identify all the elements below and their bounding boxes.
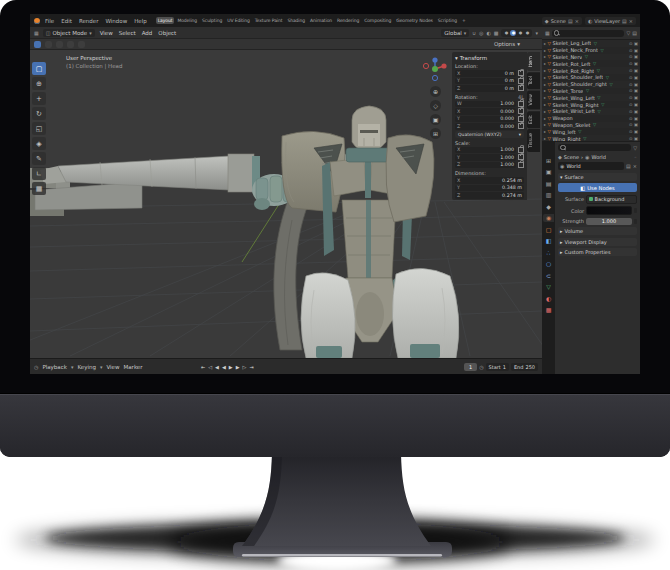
hide-eye-toggle[interactable]: ⊙ bbox=[629, 95, 633, 100]
dimension-z-field[interactable]: Z0.274 m bbox=[455, 192, 524, 199]
hide-eye-toggle[interactable]: ⊙ bbox=[629, 75, 633, 80]
outliner-item[interactable]: ▸▽Skelet_Torse▽⊙▣ bbox=[542, 88, 640, 95]
location-x-field[interactable]: X0 m bbox=[455, 70, 516, 77]
measure-tool[interactable]: ∟ bbox=[32, 167, 46, 180]
tab-item[interactable]: Item bbox=[527, 52, 540, 71]
tab-view[interactable]: View bbox=[527, 90, 540, 109]
outliner-display-mode-icon[interactable]: ▦ bbox=[545, 30, 550, 36]
expand-icon[interactable]: ▸ bbox=[544, 41, 546, 46]
hide-eye-toggle[interactable]: ⊙ bbox=[629, 82, 633, 87]
disable-render-toggle[interactable]: ▣ bbox=[634, 48, 638, 53]
current-frame-field[interactable]: 1 bbox=[464, 363, 477, 371]
rotation-y-field[interactable]: Y0.000 bbox=[455, 116, 516, 123]
new-datablock-icon[interactable]: ▤ bbox=[626, 163, 631, 169]
expand-icon[interactable]: ▸ bbox=[544, 54, 546, 59]
menu-window[interactable]: Window bbox=[103, 17, 129, 25]
jump-to-start-button[interactable]: ⇤ bbox=[201, 364, 206, 370]
chevron-down-icon[interactable]: ▾ bbox=[535, 30, 538, 36]
tab-render-icon[interactable]: ▣ bbox=[543, 168, 554, 176]
snap-magnet-icon[interactable]: ∪ bbox=[472, 30, 476, 36]
animate-property-button[interactable] bbox=[634, 208, 637, 213]
tab-edit[interactable]: Edit bbox=[527, 111, 540, 128]
breadcrumb-scene[interactable]: Scene bbox=[564, 154, 579, 160]
previous-keyframe-button[interactable]: ◁ bbox=[208, 364, 213, 370]
expand-icon[interactable]: ▸ bbox=[544, 102, 546, 107]
surface-section-header[interactable]: ▾ Surface bbox=[558, 173, 637, 181]
play-button[interactable]: ▶ bbox=[228, 364, 233, 370]
select-box-tool[interactable]: ▢ bbox=[32, 62, 46, 75]
scene-selector[interactable]: ◆ Scene ▤ × bbox=[542, 17, 582, 25]
tab-world-icon[interactable]: ◉ bbox=[543, 214, 554, 222]
menu-object[interactable]: Object bbox=[157, 30, 177, 36]
disable-render-toggle[interactable]: ▣ bbox=[634, 41, 638, 46]
shading-solid-icon[interactable]: ● bbox=[510, 30, 516, 36]
outliner-item[interactable]: ▸▽Skelet_Leg_Left▽⊙▣ bbox=[542, 40, 640, 47]
select-mode-intersect-icon[interactable] bbox=[78, 41, 85, 48]
hide-eye-toggle[interactable]: ⊙ bbox=[629, 109, 633, 114]
lock-icon[interactable] bbox=[518, 162, 524, 168]
menu-playback[interactable]: Playback bbox=[42, 364, 67, 370]
transform-panel-header[interactable]: ▾ Transform bbox=[455, 55, 524, 61]
menu-file[interactable]: File bbox=[43, 17, 56, 25]
menu-marker[interactable]: Marker bbox=[124, 364, 143, 370]
outliner-item[interactable]: ▸▽Weapon_Skelet▽⊙▣ bbox=[542, 122, 640, 129]
workspace-tab-scripting[interactable]: Scripting bbox=[436, 17, 459, 24]
hide-eye-toggle[interactable]: ⊙ bbox=[629, 41, 633, 46]
workspace-tab-texture-paint[interactable]: Texture Paint bbox=[253, 17, 285, 24]
surface-shader-selector[interactable]: Background bbox=[586, 195, 637, 204]
workspace-tab-shading[interactable]: Shading bbox=[285, 17, 307, 24]
scale-z-field[interactable]: Z1.000 bbox=[455, 162, 516, 169]
close-icon[interactable]: × bbox=[629, 18, 633, 24]
expand-icon[interactable]: ▸ bbox=[544, 48, 546, 53]
camera-view-button[interactable]: ▣ bbox=[430, 114, 441, 125]
lock-icon[interactable] bbox=[518, 116, 524, 122]
tab-particles-icon[interactable]: ∴ bbox=[543, 248, 554, 256]
timeline-editor-icon[interactable]: ◷ bbox=[34, 364, 38, 370]
editor-type-icon[interactable]: ▦ bbox=[34, 30, 39, 36]
hide-eye-toggle[interactable]: ⊙ bbox=[629, 48, 633, 53]
viewport-display-section-header[interactable]: ▸ Viewport Display bbox=[558, 238, 637, 246]
outliner-item[interactable]: ▸▽Skelet_Neck_Front▽⊙▣ bbox=[542, 47, 640, 54]
animate-property-button[interactable] bbox=[634, 219, 637, 224]
tab-view-layer-icon[interactable]: ▥ bbox=[543, 191, 554, 199]
disable-render-toggle[interactable]: ▣ bbox=[634, 95, 638, 100]
axis-gizmo[interactable] bbox=[422, 56, 448, 82]
mode-dropdown[interactable]: ◫ Object Mode ▾ bbox=[43, 29, 95, 37]
expand-icon[interactable]: ▸ bbox=[544, 88, 546, 93]
new-collection-icon[interactable]: ▤ bbox=[632, 30, 637, 36]
workspace-tab-modeling[interactable]: Modeling bbox=[175, 17, 199, 24]
tab-material-icon[interactable]: ◐ bbox=[543, 294, 554, 302]
xray-toggle-icon[interactable]: ▩ bbox=[494, 30, 499, 36]
show-gizmo-icon[interactable]: ◐ bbox=[486, 30, 490, 36]
location-y-field[interactable]: Y0 m bbox=[455, 78, 516, 85]
custom-properties-section-header[interactable]: ▸ Custom Properties bbox=[558, 248, 637, 256]
expand-icon[interactable]: ▸ bbox=[544, 116, 546, 121]
hide-eye-toggle[interactable]: ⊙ bbox=[629, 61, 633, 66]
workspace-tab-compositing[interactable]: Compositing bbox=[362, 17, 393, 24]
move-tool[interactable]: + bbox=[32, 92, 46, 105]
disable-render-toggle[interactable]: ▣ bbox=[634, 122, 638, 127]
disable-render-toggle[interactable]: ▣ bbox=[634, 75, 638, 80]
new-scene-icon[interactable]: ▤ bbox=[568, 18, 573, 24]
expand-icon[interactable]: ▸ bbox=[544, 122, 546, 127]
outliner-item[interactable]: ▸▽Skelet_Rot_Right▽⊙▣ bbox=[542, 67, 640, 74]
view-layer-selector[interactable]: ◐ ViewLayer ▤ × bbox=[585, 17, 636, 25]
pan-button[interactable]: ◇ bbox=[430, 100, 441, 111]
viewport-3d[interactable]: User Perspective (1) Collection | Head ▢… bbox=[30, 50, 542, 358]
hide-eye-toggle[interactable]: ⊙ bbox=[629, 102, 633, 107]
rotate-tool[interactable]: ↻ bbox=[32, 107, 46, 120]
menu-help[interactable]: Help bbox=[132, 17, 149, 25]
perspective-toggle-button[interactable]: ⊞ bbox=[430, 128, 441, 139]
filter-icon[interactable]: ▽ bbox=[626, 30, 630, 36]
end-frame-field[interactable]: End250 bbox=[511, 363, 538, 371]
shading-material-icon[interactable]: ● bbox=[517, 30, 523, 36]
outliner-item[interactable]: ▸▽Wing_left▽⊙▣ bbox=[542, 128, 640, 135]
lock-icon[interactable] bbox=[518, 147, 524, 153]
start-frame-field[interactable]: Start1 bbox=[486, 363, 509, 371]
lock-icon[interactable] bbox=[518, 78, 524, 84]
workspace-tab-geometry-nodes[interactable]: Geometry Nodes bbox=[394, 17, 435, 24]
lock-icon[interactable] bbox=[518, 85, 524, 91]
tab-constraints-icon[interactable]: ⊂ bbox=[543, 271, 554, 279]
menu-select[interactable]: Select bbox=[118, 30, 137, 36]
tab-texture-icon[interactable]: ▩ bbox=[543, 306, 554, 314]
